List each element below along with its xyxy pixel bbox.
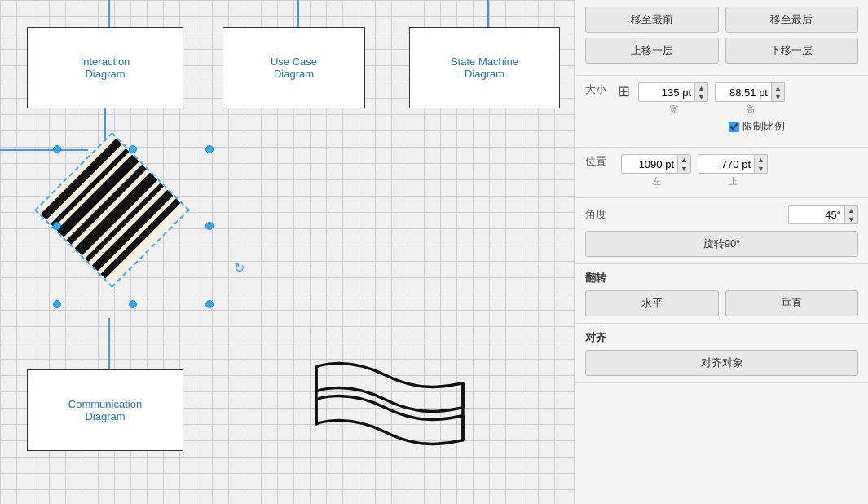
handle-tr[interactable] [205,145,214,153]
pos-x-down[interactable]: ▼ [677,164,690,173]
flip-title: 翻转 [585,271,858,285]
btn-move-down[interactable]: 下移一层 [725,38,859,64]
node-statemachine-label: State Machine Diagram [451,55,518,80]
h-line-left [0,149,88,151]
handle-br[interactable] [205,300,214,308]
size-label: 大小 [585,82,610,97]
handle-bottom[interactable] [129,300,137,308]
width-sub-label: 宽 [669,104,678,116]
angle-input[interactable] [789,206,844,223]
btn-flip-h[interactable]: 水平 [585,290,719,316]
btn-move-top[interactable]: 移至最前 [585,7,719,33]
pos-y-sub: 上 [729,175,738,188]
width-input[interactable] [639,84,694,101]
btn-move-up[interactable]: 上移一层 [585,38,719,64]
node-communication-label: Communication Diagram [68,398,142,422]
btn-align-objects[interactable]: 对齐对象 [585,350,858,376]
pos-y-down[interactable]: ▼ [754,164,767,173]
constrain-checkbox[interactable] [729,122,739,132]
position-section: 位置 ▲ ▼ 左 [575,148,868,198]
constrain-label: 限制比例 [742,119,785,134]
wave-flag-shape[interactable] [304,351,471,465]
layer-section: 移至最前 移至最后 上移一层 下移一层 [575,0,868,76]
rotate-handle[interactable]: ↻ [232,261,245,274]
flip-section: 翻转 水平 垂直 [575,264,868,324]
height-up[interactable]: ▲ [771,83,784,92]
node-usecase[interactable]: Use Case Diagram [223,27,365,108]
btn-rotate90[interactable]: 旋转90° [585,231,858,257]
height-input[interactable] [716,84,771,101]
btn-flip-v[interactable]: 垂直 [725,290,859,316]
btn-move-bottom[interactable]: 移至最后 [725,7,859,33]
pos-x-input[interactable] [622,156,677,173]
pos-y-up[interactable]: ▲ [754,155,767,164]
handle-right[interactable] [205,222,214,230]
height-sub-label: 高 [746,104,755,116]
width-down[interactable]: ▼ [694,92,707,101]
height-down[interactable]: ▼ [771,92,784,101]
angle-down[interactable]: ▼ [844,214,857,223]
rotated-barcode-shape[interactable] [34,132,190,288]
right-panel: 移至最前 移至最后 上移一层 下移一层 大小 ⊞ ▲ [575,0,868,504]
angle-label: 角度 [585,207,610,222]
align-section: 对齐 对齐对象 [575,324,868,383]
canvas-area[interactable]: Interaction Diagram Use Case Diagram Sta… [0,0,575,504]
handle-bl[interactable] [53,300,61,308]
node-usecase-label: Use Case Diagram [271,55,317,80]
node-statemachine[interactable]: State Machine Diagram [409,27,560,108]
width-up[interactable]: ▲ [694,83,707,92]
size-section: 大小 ⊞ ▲ ▼ 宽 [575,76,868,148]
pos-x-sub: 左 [652,175,661,188]
handle-tl[interactable] [53,145,61,153]
pos-x-up[interactable]: ▲ [677,155,690,164]
angle-section: 角度 ▲ ▼ 旋转90° [575,198,868,264]
node-interaction[interactable]: Interaction Diagram [27,27,183,108]
node-communication[interactable]: Communication Diagram [27,369,183,451]
size-icon: ⊞ [618,82,630,100]
align-title: 对齐 [585,330,858,345]
angle-up[interactable]: ▲ [844,206,857,214]
position-label: 位置 [585,154,610,169]
handle-top[interactable] [129,145,137,153]
node-interaction-label: Interaction Diagram [81,55,130,80]
handle-left[interactable] [53,222,61,230]
pos-y-input[interactable] [698,156,754,173]
